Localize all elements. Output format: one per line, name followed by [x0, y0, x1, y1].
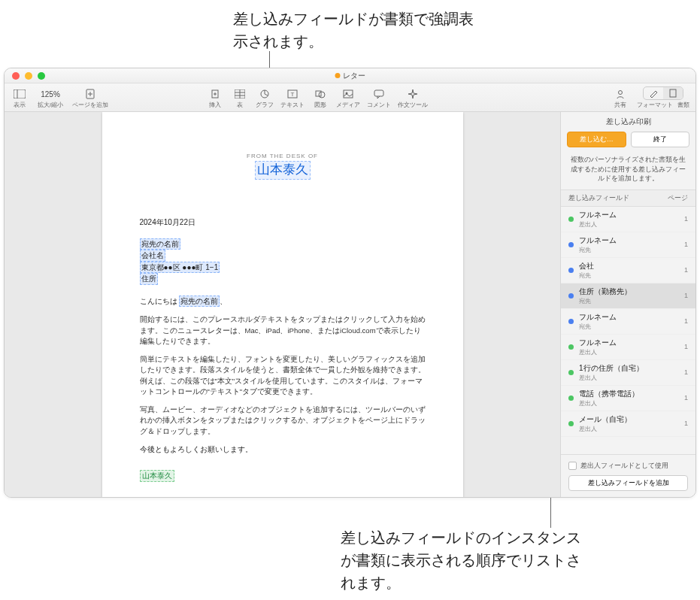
merge-field-list[interactable]: フルネーム差出人1フルネーム宛先1会社宛先1住所（勤務先）宛先1フルネーム宛先1…: [561, 207, 695, 454]
field-color-dot: [568, 370, 574, 375]
field-sub: 宛先: [579, 323, 679, 331]
merge-field-row[interactable]: 住所（勤務先）宛先1: [561, 283, 695, 309]
document-tab-label: 書類: [677, 101, 689, 109]
chart-label: グラフ: [256, 101, 274, 109]
field-sub: 宛先: [579, 271, 679, 280]
paragraph-3[interactable]: 写真、ムービー、オーディオなどのオブジェクトを追加するには、ツールバーのいずれか…: [140, 405, 426, 437]
field-color-dot: [568, 344, 574, 350]
greeting-line[interactable]: こんにちは 宛先の名前、: [140, 295, 426, 308]
merge-field-greeting-name[interactable]: 宛先の名前: [179, 295, 220, 308]
merge-field-sender[interactable]: 山本泰久: [255, 161, 311, 180]
field-name: フルネーム: [579, 338, 679, 348]
field-name: フルネーム: [579, 210, 679, 220]
merge-field-row[interactable]: メール（自宅）差出人1: [561, 411, 695, 437]
svg-text:T: T: [291, 91, 295, 98]
merge-field-row[interactable]: 会社宛先1: [561, 258, 695, 283]
table-label: 表: [237, 101, 243, 109]
date-text[interactable]: 2024年10月22日: [140, 217, 426, 228]
annotation-bottom: 差し込みフィールドのインスタンスが書類に表示される順序でリストされます。: [341, 526, 589, 594]
field-sub: 差出人: [579, 425, 679, 433]
signature-block[interactable]: 山本泰久: [140, 470, 426, 482]
merge-field-row[interactable]: 1行の住所（自宅）差出人1: [561, 360, 695, 386]
field-sub: 宛先: [579, 246, 679, 254]
shape-button[interactable]: 図形: [311, 88, 329, 109]
merge-field-row[interactable]: 電話（携帯電話）差出人1: [561, 386, 695, 411]
svg-rect-21: [670, 89, 676, 97]
chart-button[interactable]: グラフ: [256, 88, 274, 109]
field-color-dot: [568, 319, 574, 324]
table-button[interactable]: 表: [231, 88, 249, 109]
document-tab-icon[interactable]: [663, 87, 683, 99]
merge-field-recipient-name[interactable]: 宛先の名前: [140, 238, 180, 250]
field-name: 1行の住所（自宅）: [579, 363, 679, 374]
insert-label: 挿入: [209, 101, 221, 109]
field-count: 1: [684, 394, 688, 402]
document-canvas[interactable]: FROM THE DESK OF 山本泰久 2024年10月22日 宛先の名前 …: [5, 112, 560, 497]
media-label: メディア: [336, 101, 360, 109]
sender-name-heading[interactable]: 山本泰久: [140, 161, 426, 180]
field-name: 住所（勤務先）: [579, 286, 679, 297]
merge-field-row[interactable]: フルネーム差出人1: [561, 335, 695, 360]
media-icon: [341, 88, 355, 100]
maximize-button[interactable]: [38, 72, 45, 80]
merge-button[interactable]: 差し込む…: [567, 132, 626, 147]
traffic-lights: [5, 72, 45, 80]
use-as-sender-label: 差出人フィールドとして使用: [580, 461, 668, 471]
media-button[interactable]: メディア: [336, 88, 360, 109]
text-button[interactable]: T テキスト: [280, 88, 305, 109]
view-menu[interactable]: 表示: [11, 88, 29, 109]
add-merge-field-button[interactable]: 差し込みフィールドを追加: [568, 475, 688, 491]
share-button[interactable]: 共有: [611, 88, 629, 109]
recipient-block[interactable]: 宛先の名前 会社名 東京都●●区 ●●●町 1−1 住所: [140, 238, 426, 285]
author-label: 作文ツール: [398, 101, 428, 109]
field-name: フルネーム: [579, 312, 679, 323]
field-count: 1: [684, 343, 688, 350]
closing-line[interactable]: 今後ともよろしくお願いします。: [140, 444, 426, 455]
field-name: フルネーム: [579, 235, 679, 246]
content-area: FROM THE DESK OF 山本泰久 2024年10月22日 宛先の名前 …: [5, 112, 695, 497]
field-name: 会社: [579, 261, 679, 271]
use-as-sender-checkbox[interactable]: 差出人フィールドとして使用: [568, 461, 688, 471]
inspector-panel: 差し込み印刷 差し込む… 終了 複数のパーソナライズされた書類を生成するために使…: [560, 112, 695, 497]
merge-field-address-label[interactable]: 住所: [140, 273, 158, 285]
zoom-label: 拡大/縮小: [38, 101, 63, 109]
insert-button[interactable]: 挿入: [206, 88, 224, 109]
share-label: 共有: [614, 101, 626, 109]
merge-field-row[interactable]: フルネーム宛先1: [561, 309, 695, 335]
inspector-tabs[interactable]: [643, 86, 683, 100]
merge-field-row[interactable]: フルネーム差出人1: [561, 207, 695, 232]
document-page[interactable]: FROM THE DESK OF 山本泰久 2024年10月22日 宛先の名前 …: [102, 112, 463, 497]
share-icon: [614, 88, 627, 100]
add-page-button[interactable]: ページを追加: [72, 88, 108, 109]
field-sub: 宛先: [579, 297, 679, 305]
done-button[interactable]: 終了: [631, 132, 690, 147]
paragraph-1[interactable]: 開始するには、このプレースホルダテキストをタップまたはクリックして入力を始めます…: [140, 314, 426, 347]
format-tab-icon[interactable]: [644, 87, 663, 99]
zoom-value: 125%: [41, 88, 60, 100]
inspector-title: 差し込み印刷: [561, 112, 695, 132]
field-sub: 差出人: [579, 348, 679, 356]
paragraph-2[interactable]: 簡単にテキストを編集したり、フォントを変更したり、美しいグラフィックスを追加した…: [140, 354, 426, 397]
field-count: 1: [684, 420, 688, 427]
comment-button[interactable]: コメント: [367, 88, 391, 109]
merge-field-company[interactable]: 会社名: [140, 250, 165, 262]
insert-icon: [208, 88, 222, 100]
merge-field-address-line[interactable]: 東京都●●区 ●●●町 1−1: [140, 262, 220, 274]
view-icon: [13, 88, 26, 100]
window-title-text: レター: [343, 71, 365, 81]
merge-field-row[interactable]: フルネーム宛先1: [561, 232, 695, 258]
field-sub: 差出人: [579, 374, 679, 382]
sparkle-icon: [406, 88, 420, 100]
table-icon: [233, 88, 247, 100]
zoom-menu[interactable]: 125% 拡大/縮小: [35, 88, 65, 109]
text-icon: T: [286, 88, 299, 100]
checkbox-icon: [568, 462, 577, 470]
titlebar: レター: [5, 68, 695, 83]
from-desk-label: FROM THE DESK OF: [140, 153, 426, 159]
minimize-button[interactable]: [25, 72, 32, 80]
field-sub: 差出人: [579, 220, 679, 229]
close-button[interactable]: [12, 72, 20, 80]
text-label: テキスト: [280, 101, 305, 109]
author-tools-button[interactable]: 作文ツール: [398, 88, 428, 109]
merge-field-signature[interactable]: 山本泰久: [140, 470, 174, 482]
